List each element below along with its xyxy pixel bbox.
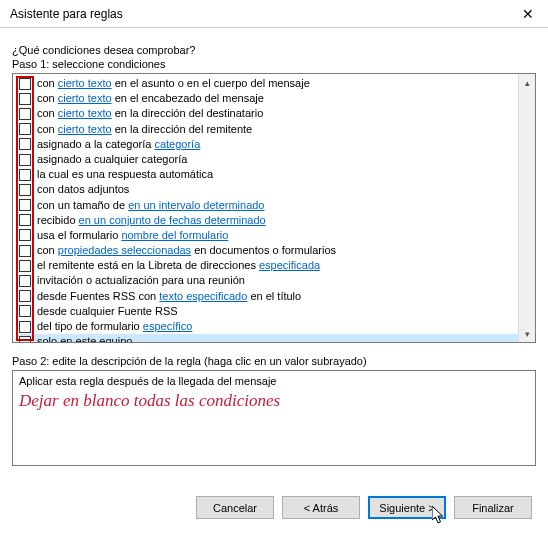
condition-row[interactable]: del tipo de formulario específico: [19, 319, 518, 334]
condition-text: asignado a la categoría categoría: [37, 137, 200, 152]
condition-link[interactable]: cierto texto: [58, 77, 112, 89]
condition-text: con cierto texto en el encabezado del me…: [37, 91, 264, 106]
condition-text: la cual es una respuesta automática: [37, 167, 213, 182]
step1-label: Paso 1: seleccione condiciones: [12, 58, 536, 70]
condition-row[interactable]: con cierto texto en la dirección del des…: [19, 106, 518, 121]
condition-text: desde cualquier Fuente RSS: [37, 304, 178, 319]
condition-text: asignado a cualquier categoría: [37, 152, 187, 167]
condition-text: con cierto texto en la dirección del rem…: [37, 122, 252, 137]
condition-row[interactable]: usa el formulario nombre del formulario: [19, 228, 518, 243]
condition-link[interactable]: propiedades seleccionadas: [58, 244, 191, 256]
condition-checkbox[interactable]: [19, 169, 31, 181]
cancel-button[interactable]: Cancelar: [196, 496, 274, 519]
condition-row[interactable]: con propiedades seleccionadas en documen…: [19, 243, 518, 258]
back-button[interactable]: < Atrás: [282, 496, 360, 519]
condition-row[interactable]: el remitente está en la Libreta de direc…: [19, 258, 518, 273]
condition-row[interactable]: asignado a la categoría categoría: [19, 137, 518, 152]
condition-checkbox[interactable]: [19, 78, 31, 90]
condition-row[interactable]: con cierto texto en la dirección del rem…: [19, 122, 518, 137]
button-bar: Cancelar < Atrás Siguiente > Finalizar: [196, 496, 532, 519]
condition-checkbox[interactable]: [19, 108, 31, 120]
condition-checkbox[interactable]: [19, 123, 31, 135]
condition-row[interactable]: con cierto texto en el asunto o en el cu…: [19, 76, 518, 91]
description-line: Aplicar esta regla después de la llegada…: [19, 375, 529, 387]
close-icon[interactable]: ✕: [508, 0, 548, 28]
condition-link[interactable]: cierto texto: [58, 92, 112, 104]
condition-text: del tipo de formulario específico: [37, 319, 192, 334]
condition-link[interactable]: en un intervalo determinado: [128, 199, 264, 211]
condition-link[interactable]: cierto texto: [58, 107, 112, 119]
condition-link[interactable]: en un conjunto de fechas determinado: [79, 214, 266, 226]
condition-checkbox[interactable]: [19, 336, 31, 342]
scroll-up-icon[interactable]: ▴: [519, 74, 536, 91]
conditions-listbox: con cierto texto en el asunto o en el cu…: [12, 73, 536, 343]
condition-row[interactable]: desde Fuentes RSS con texto especificado…: [19, 289, 518, 304]
condition-checkbox[interactable]: [19, 214, 31, 226]
condition-row[interactable]: la cual es una respuesta automática: [19, 167, 518, 182]
condition-text: recibido en un conjunto de fechas determ…: [37, 213, 266, 228]
condition-row[interactable]: con un tamaño de en un intervalo determi…: [19, 198, 518, 213]
condition-row[interactable]: solo en este equipo: [19, 334, 518, 342]
condition-checkbox[interactable]: [19, 199, 31, 211]
condition-row[interactable]: con datos adjuntos: [19, 182, 518, 197]
condition-checkbox[interactable]: [19, 275, 31, 287]
window-title: Asistente para reglas: [10, 7, 123, 21]
condition-text: con cierto texto en la dirección del des…: [37, 106, 263, 121]
condition-link[interactable]: categoría: [154, 138, 200, 150]
next-button[interactable]: Siguiente >: [368, 496, 446, 519]
question-text: ¿Qué condiciones desea comprobar?: [12, 44, 536, 56]
condition-checkbox[interactable]: [19, 305, 31, 317]
condition-checkbox[interactable]: [19, 260, 31, 272]
condition-row[interactable]: con cierto texto en el encabezado del me…: [19, 91, 518, 106]
condition-text: con datos adjuntos: [37, 182, 129, 197]
condition-text: solo en este equipo: [37, 334, 132, 342]
scroll-down-icon[interactable]: ▾: [519, 325, 536, 342]
condition-checkbox[interactable]: [19, 290, 31, 302]
condition-text: con un tamaño de en un intervalo determi…: [37, 198, 265, 213]
condition-checkbox[interactable]: [19, 245, 31, 257]
condition-link[interactable]: especificada: [259, 259, 320, 271]
condition-text: usa el formulario nombre del formulario: [37, 228, 228, 243]
condition-row[interactable]: recibido en un conjunto de fechas determ…: [19, 213, 518, 228]
finish-button[interactable]: Finalizar: [454, 496, 532, 519]
condition-checkbox[interactable]: [19, 138, 31, 150]
condition-text: con propiedades seleccionadas en documen…: [37, 243, 336, 258]
condition-row[interactable]: invitación o actualización para una reun…: [19, 273, 518, 288]
condition-checkbox[interactable]: [19, 229, 31, 241]
condition-row[interactable]: desde cualquier Fuente RSS: [19, 304, 518, 319]
title-bar: Asistente para reglas ✕: [0, 0, 548, 28]
condition-text: invitación o actualización para una reun…: [37, 273, 245, 288]
condition-row[interactable]: asignado a cualquier categoría: [19, 152, 518, 167]
user-annotation: Dejar en blanco todas las condiciones: [19, 391, 529, 411]
condition-text: desde Fuentes RSS con texto especificado…: [37, 289, 301, 304]
condition-link[interactable]: específico: [143, 320, 193, 332]
condition-checkbox[interactable]: [19, 93, 31, 105]
condition-link[interactable]: nombre del formulario: [121, 229, 228, 241]
condition-link[interactable]: cierto texto: [58, 123, 112, 135]
condition-text: el remitente está en la Libreta de direc…: [37, 258, 320, 273]
scrollbar[interactable]: ▴ ▾: [518, 74, 535, 342]
condition-checkbox[interactable]: [19, 321, 31, 333]
condition-link[interactable]: texto especificado: [159, 290, 247, 302]
condition-checkbox[interactable]: [19, 184, 31, 196]
description-box: Aplicar esta regla después de la llegada…: [12, 370, 536, 466]
step2-label: Paso 2: edite la descripción de la regla…: [12, 355, 536, 367]
condition-text: con cierto texto en el asunto o en el cu…: [37, 76, 310, 91]
condition-checkbox[interactable]: [19, 154, 31, 166]
